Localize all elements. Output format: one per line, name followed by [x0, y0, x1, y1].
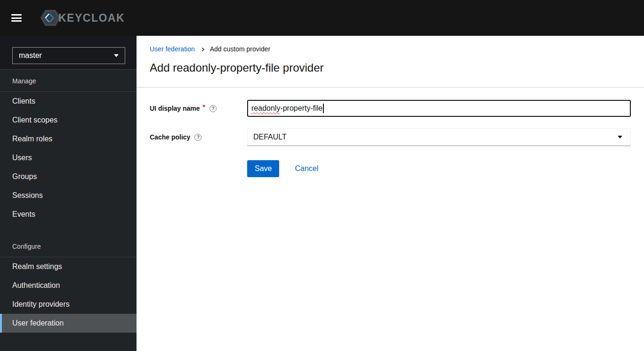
sidebar-item-client-scopes[interactable]: Client scopes: [0, 111, 137, 130]
sidebar-item-user-federation[interactable]: User federation: [0, 314, 137, 333]
sidebar-item-realm-roles[interactable]: Realm roles: [0, 130, 137, 148]
realm-name: master: [19, 51, 42, 60]
save-button[interactable]: Save: [247, 160, 279, 177]
add-provider-form: UI display name * ? readonly-property-fi…: [137, 88, 644, 177]
input-text-misspelled: readonly: [251, 104, 280, 113]
sidebar-item-identity-providers[interactable]: Identity providers: [0, 295, 137, 314]
masthead: KEYCLOAK: [0, 0, 644, 36]
required-asterisk: *: [203, 103, 205, 111]
keycloak-logo[interactable]: KEYCLOAK: [39, 8, 125, 28]
nav-section-manage: Manage Clients Client scopes Realm roles…: [0, 70, 137, 224]
angle-right-icon: [200, 47, 204, 51]
nav-section-configure: Configure Realm settings Authentication …: [0, 235, 137, 333]
chevron-down-icon: [618, 136, 622, 139]
sidebar-item-clients[interactable]: Clients: [0, 92, 137, 111]
sidebar-item-events[interactable]: Events: [0, 205, 137, 224]
help-icon[interactable]: ?: [194, 134, 201, 141]
brand-text: KEYCLOAK: [58, 12, 125, 24]
help-icon[interactable]: ?: [209, 105, 217, 112]
sidebar-item-users[interactable]: Users: [0, 148, 137, 167]
breadcrumb-link-user-federation[interactable]: User federation: [150, 45, 195, 53]
sidebar-item-authentication[interactable]: Authentication: [0, 276, 137, 295]
hamburger-menu-icon[interactable]: [11, 14, 22, 22]
breadcrumb: User federation Add custom provider: [150, 45, 644, 53]
cache-policy-label: Cache policy: [150, 133, 190, 141]
page-header: User federation Add custom provider Add …: [137, 36, 644, 88]
sidebar-item-realm-settings[interactable]: Realm settings: [0, 257, 137, 276]
breadcrumb-current: Add custom provider: [210, 45, 270, 53]
ui-display-name-row: UI display name * ? readonly-property-fi…: [150, 100, 644, 117]
cache-policy-select[interactable]: DEFAULT: [247, 128, 631, 146]
nav-section-title: Manage: [0, 70, 137, 92]
ui-display-name-input[interactable]: readonly-property-file: [247, 100, 631, 117]
ui-display-name-label: UI display name: [150, 105, 200, 112]
main-content: User federation Add custom provider Add …: [137, 36, 644, 351]
form-actions: Save Cancel: [247, 160, 644, 177]
keycloak-admin-console: KEYCLOAK master Manage Clients Client sc…: [0, 0, 644, 351]
sidebar-item-groups[interactable]: Groups: [0, 167, 137, 186]
realm-selector[interactable]: master: [12, 47, 125, 64]
cache-policy-value: DEFAULT: [253, 133, 287, 141]
cancel-button[interactable]: Cancel: [295, 164, 318, 173]
sidebar-item-sessions[interactable]: Sessions: [0, 186, 137, 205]
realm-selector-block: master: [0, 36, 137, 70]
chevron-down-icon: [114, 54, 119, 57]
cache-policy-row: Cache policy ? DEFAULT: [150, 128, 644, 146]
sidebar: master Manage Clients Client scopes Real…: [0, 36, 137, 351]
page-title: Add readonly-property-file provider: [150, 61, 644, 75]
nav-section-title: Configure: [0, 235, 137, 257]
text-cursor: [323, 104, 324, 113]
input-text: -property-file: [280, 104, 322, 113]
keycloak-hexagon-icon: [39, 8, 60, 28]
